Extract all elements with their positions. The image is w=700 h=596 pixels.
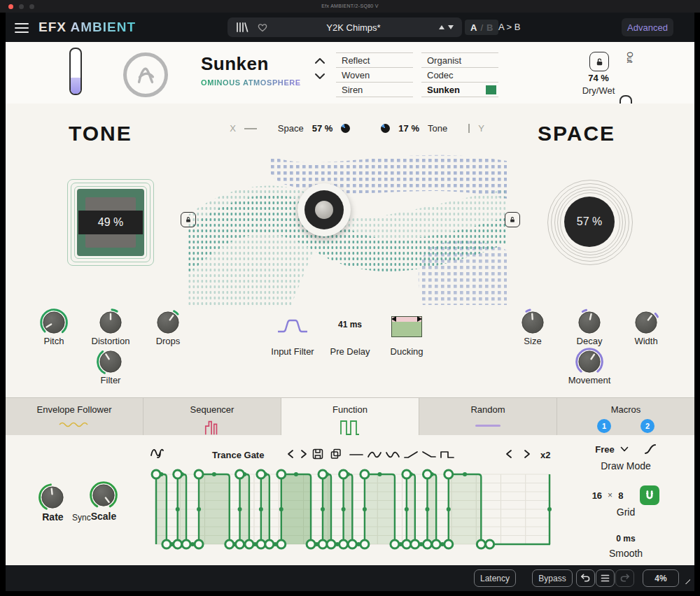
scale-knob[interactable] [88,480,119,511]
plugin-bottombar: Latency Bypass 4% [6,565,694,591]
space-control[interactable]: 57 % [547,180,633,265]
function-title: Trance Gate [212,450,264,460]
width-knob[interactable] [631,307,662,338]
arturia-logo[interactable] [123,52,168,97]
drywet-lock-icon[interactable] [589,52,609,71]
shape-ramp-down-button[interactable] [421,450,437,459]
preset-item[interactable]: Woven [336,67,413,82]
rate-knob[interactable] [37,482,68,513]
macro-2-badge[interactable]: 2 [640,419,654,433]
scale-label: Scale [91,511,117,522]
smooth-value[interactable]: 0 ms [580,534,672,544]
sync-label[interactable]: Sync [72,513,91,523]
ab-copy-button[interactable]: A > B [498,22,520,32]
freehand-draw-icon[interactable] [150,446,167,460]
x-axis-label: X [230,123,236,134]
shape-ramp-up-button[interactable] [403,450,419,459]
shape-sine-inverted-button[interactable] [385,450,400,459]
tab-function[interactable]: Function [281,398,419,436]
prev-shape-icon[interactable] [287,449,294,459]
decay-knob[interactable] [574,307,605,338]
ab-a-label[interactable]: A [470,22,477,33]
chevron-down-icon[interactable] [620,446,629,452]
input-filter-icon[interactable] [276,318,309,334]
save-icon[interactable] [312,448,323,460]
preset-name[interactable]: Y2K Chimps* [268,22,439,33]
filter-knob[interactable] [95,346,126,377]
tab-sequencer[interactable]: Sequencer [143,398,281,436]
space-param-value[interactable]: 57 % [312,123,333,134]
distortion-knob[interactable] [95,307,126,338]
tone-value-badge: 49 % [78,211,143,234]
multiplier-decrease-icon[interactable] [505,449,512,459]
grid-rows-value[interactable]: 8 [618,490,623,501]
grid-cols-value[interactable]: 16 [592,490,602,501]
predelay-label: Pre Delay [330,346,370,357]
tone-control[interactable]: 49 % [67,179,154,266]
redo-button[interactable] [615,569,634,587]
multiplier-increase-icon[interactable] [524,449,531,459]
preset-item-selected[interactable]: Sunken [421,82,498,97]
tab-macros[interactable]: Macros 1 2 [556,398,694,436]
size-knob[interactable] [517,307,548,338]
trance-gate-editor[interactable] [155,469,550,551]
main-menu-icon[interactable] [15,20,29,36]
grid-size-row: 16 × 8 [580,485,672,505]
advanced-button[interactable]: Advanced [622,18,673,36]
ducking-widget[interactable] [391,316,422,337]
shape-square-button[interactable] [440,450,455,459]
preset-next-icon[interactable] [448,25,454,29]
history-menu-button[interactable] [596,569,615,587]
preset-previous-icon[interactable] [439,25,444,29]
bypass-button[interactable]: Bypass [532,569,573,587]
preset-down-icon[interactable] [314,73,326,80]
y-axis-lock-icon[interactable] [505,212,520,227]
library-icon[interactable] [236,22,248,32]
space-section-title: SPACE [538,122,615,146]
preset-browser-pill[interactable]: Y2K Chimps* [227,17,462,37]
slope-curve-icon[interactable] [644,444,657,455]
preset-up-icon[interactable] [314,57,326,64]
size-label: Size [524,336,541,346]
plugin-header: In Sunken OMINOUS ATMOSPHERE Reflect Org… [6,42,694,104]
snap-magnet-button[interactable] [640,485,659,505]
preset-item[interactable]: Organist [421,52,498,67]
tone-param-label: Tone [428,123,447,134]
y-mini-knob[interactable] [381,124,390,133]
macro-1-badge[interactable]: 1 [597,419,611,433]
envelope-follower-wave-icon [58,419,90,432]
preset-item[interactable]: Codec [421,67,498,82]
pitch-knob[interactable] [38,307,69,338]
undo-button[interactable] [576,569,595,587]
ducking-left-arrow-icon [391,316,396,322]
preset-item[interactable]: Reflect [336,52,413,67]
resize-handle[interactable] [678,572,690,584]
x-axis-lock-icon[interactable] [181,212,196,227]
shape-line-button[interactable] [349,450,364,459]
preset-item[interactable]: Siren [336,82,413,97]
copy-icon[interactable] [330,448,342,460]
xy-pad-puck[interactable] [298,183,351,236]
grid-label: Grid [580,506,672,518]
drywet-value[interactable]: 74 % [574,73,623,83]
tab-random[interactable]: Random [419,398,556,436]
drops-knob[interactable] [153,307,183,338]
cpu-meter[interactable]: 4% [643,569,679,587]
shape-sine-button[interactable] [367,450,382,459]
draw-mode-value[interactable]: Free [595,444,614,455]
tone-param-value[interactable]: 17 % [398,123,419,134]
ab-b-label[interactable]: B [486,22,493,33]
ab-toggle[interactable]: A / B [465,20,498,35]
multiplier-value[interactable]: x2 [540,450,550,460]
favorite-heart-icon[interactable] [257,22,268,32]
input-filter-label[interactable]: Input Filter [271,346,314,357]
tab-envelope-follower[interactable]: Envelope Follower [6,398,143,436]
latency-button[interactable]: Latency [474,569,516,587]
output-meter-label: Out [626,52,634,63]
x-mini-knob[interactable] [341,124,350,133]
movement-knob[interactable] [574,346,605,377]
next-shape-icon[interactable] [300,449,307,459]
current-preset-title[interactable]: Sunken [201,53,269,75]
predelay-value[interactable]: 41 ms [326,320,374,329]
smooth-label: Smooth [580,548,672,559]
